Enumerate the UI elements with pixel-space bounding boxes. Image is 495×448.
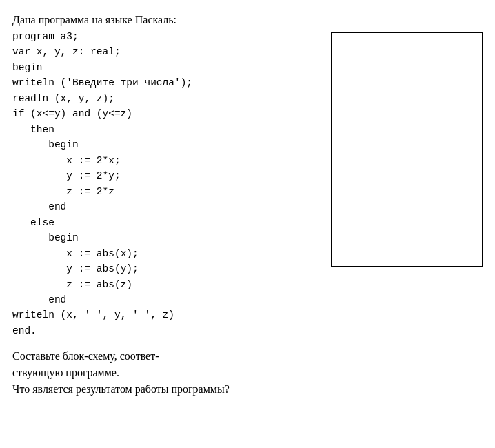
footer-line1: Составьте блок-схему, соответ- [12,348,483,365]
code-block: program a3; var x, y, z: real; begin wri… [12,29,324,338]
footer-line2: ствующую программе. [12,365,483,381]
footer-section: Составьте блок-схему, соответ- ствующую … [12,348,483,398]
intro-text: Дана программа на языке Паскаль: [12,14,483,26]
footer-line3: Что является результатом работы программ… [12,381,483,398]
diagram-box [331,32,483,267]
main-content: program a3; var x, y, z: real; begin wri… [12,29,483,338]
code-section: program a3; var x, y, z: real; begin wri… [12,29,331,338]
